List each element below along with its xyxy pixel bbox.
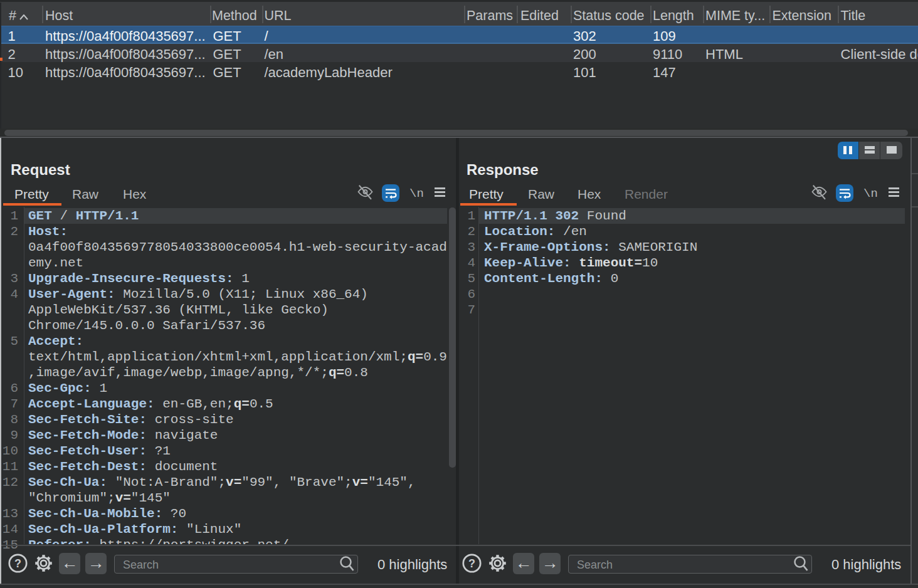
svg-text:?: ?	[468, 557, 475, 570]
svg-text:?: ?	[14, 557, 21, 570]
